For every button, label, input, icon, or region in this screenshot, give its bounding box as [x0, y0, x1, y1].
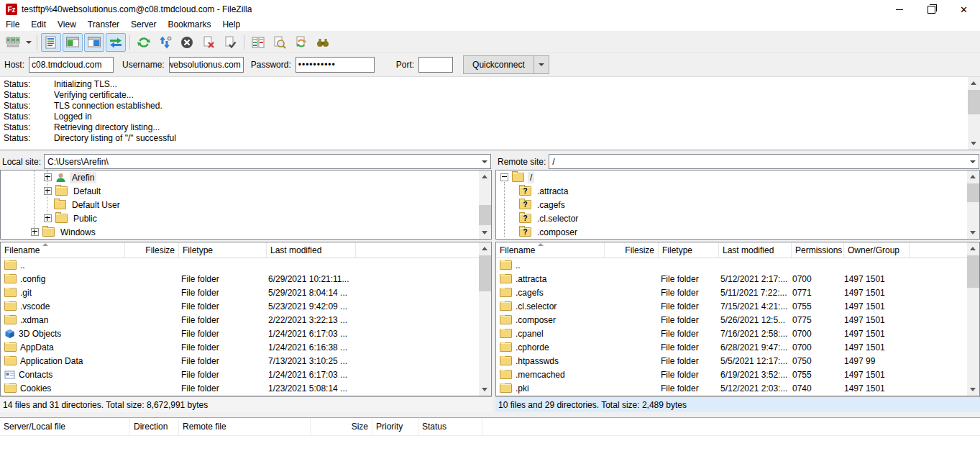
menu-view[interactable]: View: [52, 19, 82, 31]
tree-item-cagefs[interactable]: ? .cagefs: [496, 198, 979, 211]
file-row[interactable]: ..: [1, 258, 491, 272]
reconnect-button[interactable]: [220, 33, 240, 52]
process-queue-button[interactable]: [155, 33, 175, 52]
column-filename[interactable]: Filename: [496, 242, 605, 258]
quickconnect-dropdown[interactable]: [534, 55, 549, 74]
site-manager-dropdown[interactable]: [24, 34, 34, 51]
expand-icon[interactable]: [31, 228, 39, 236]
menu-help[interactable]: Help: [216, 19, 246, 31]
restore-button[interactable]: [915, 0, 948, 19]
column-filetype[interactable]: Filetype: [179, 242, 267, 258]
remote-list-scrollbar[interactable]: [967, 242, 979, 396]
transfer-queue-body[interactable]: [0, 436, 980, 464]
menu-edit[interactable]: Edit: [25, 19, 52, 31]
scrollbar-thumb[interactable]: [967, 255, 979, 288]
column-filesize[interactable]: Filesize: [605, 242, 659, 258]
close-button[interactable]: ✕: [948, 0, 980, 19]
tree-item-attracta[interactable]: ? .attracta: [496, 184, 979, 198]
tree-item-public[interactable]: Public: [1, 211, 491, 225]
column-priority[interactable]: Priority: [372, 418, 418, 435]
file-row[interactable]: ..: [496, 258, 979, 272]
tree-item-default[interactable]: Default: [1, 184, 491, 198]
expand-icon[interactable]: [44, 187, 52, 195]
file-row[interactable]: .memcachedFile folder6/19/2021 3:52:...0…: [496, 368, 979, 381]
toggle-remote-pane-button[interactable]: [84, 33, 104, 52]
synchronized-browsing-button[interactable]: [291, 33, 311, 52]
scrollbar-thumb[interactable]: [479, 255, 491, 291]
host-input[interactable]: c08.tmdcloud.com: [29, 57, 114, 73]
scroll-down-icon[interactable]: [479, 383, 491, 396]
column-status[interactable]: Status: [418, 418, 482, 435]
remote-tree-scrollbar[interactable]: [967, 170, 979, 239]
file-row[interactable]: .pkiFile folder5/12/2021 2:03:...0740149…: [496, 381, 979, 395]
scroll-up-icon[interactable]: [479, 242, 491, 255]
tree-item-composer[interactable]: ? .composer: [496, 225, 979, 239]
file-row[interactable]: 3D ObjectsFile folder1/24/2021 6:17:03 .…: [1, 327, 491, 340]
scroll-up-icon[interactable]: [967, 170, 979, 183]
port-input[interactable]: [418, 57, 453, 73]
tree-item-root[interactable]: /: [496, 170, 979, 184]
scroll-down-icon[interactable]: [967, 227, 979, 239]
scrollbar-thumb[interactable]: [479, 205, 491, 225]
file-row[interactable]: ContactsFile folder1/24/2021 6:17:03 ...: [1, 368, 491, 381]
scroll-down-icon[interactable]: [479, 227, 491, 239]
menu-transfer[interactable]: Transfer: [82, 19, 125, 31]
refresh-button[interactable]: [134, 33, 154, 52]
tree-item-cl-selector[interactable]: ? .cl.selector: [496, 211, 979, 225]
file-row[interactable]: .cagefsFile folder5/11/2021 7:22:...0771…: [496, 286, 979, 299]
file-row[interactable]: .cpanelFile folder7/16/2021 2:58:...0700…: [496, 327, 979, 340]
column-filetype[interactable]: Filetype: [659, 242, 719, 258]
menu-file[interactable]: File: [0, 19, 25, 31]
username-input[interactable]: websolutionus.com: [169, 57, 244, 73]
scroll-up-icon[interactable]: [479, 170, 491, 183]
chevron-down-icon[interactable]: [479, 160, 490, 163]
scrollbar-thumb[interactable]: [968, 90, 980, 114]
site-manager-button[interactable]: [3, 33, 23, 52]
toggle-message-log-button[interactable]: [41, 33, 61, 52]
scroll-up-icon[interactable]: [968, 77, 980, 89]
minimize-button[interactable]: [883, 0, 915, 19]
file-row[interactable]: .xdmanFile folder2/22/2021 3:22:13 ...: [1, 313, 491, 327]
column-filename[interactable]: Filename: [1, 242, 125, 258]
file-row[interactable]: .gitFile folder5/29/2021 8:04:14 ...: [1, 286, 491, 299]
scroll-down-icon[interactable]: [967, 383, 979, 396]
remote-site-combobox[interactable]: /: [549, 154, 979, 169]
file-row[interactable]: .vscodeFile folder5/23/2021 9:42:09 ...: [1, 299, 491, 313]
column-owner-group[interactable]: Owner/Group: [844, 242, 910, 258]
menu-server[interactable]: Server: [125, 19, 162, 31]
file-row[interactable]: Application DataFile folder7/13/2021 3:1…: [1, 354, 491, 368]
local-site-combobox[interactable]: C:\Users\Arefin\: [44, 154, 491, 169]
log-scrollbar[interactable]: [968, 77, 980, 150]
file-row[interactable]: .composerFile folder5/26/2021 12:5...077…: [496, 313, 979, 327]
local-list-scrollbar[interactable]: [479, 242, 491, 396]
scroll-down-icon[interactable]: [968, 137, 980, 150]
column-remote-file[interactable]: Remote file: [179, 418, 311, 435]
column-size[interactable]: Size: [311, 418, 372, 435]
scrollbar-thumb[interactable]: [967, 183, 979, 202]
column-server-local-file[interactable]: Server/Local file: [0, 418, 130, 435]
quickconnect-button[interactable]: Quickconnect: [463, 55, 534, 74]
file-row[interactable]: .attractaFile folder5/12/2021 2:17:...07…: [496, 272, 979, 286]
column-last-modified[interactable]: Last modified: [719, 242, 792, 258]
horizontal-splitter[interactable]: [0, 412, 980, 418]
file-row[interactable]: .cl.selectorFile folder7/15/2021 4:21:..…: [496, 299, 979, 313]
column-permissions[interactable]: Permissions: [792, 242, 844, 258]
cancel-operation-button[interactable]: [177, 33, 197, 52]
toggle-transfer-queue-button[interactable]: [106, 33, 126, 52]
disconnect-button[interactable]: [198, 33, 219, 52]
toggle-local-pane-button[interactable]: [63, 33, 83, 52]
expand-icon[interactable]: [44, 214, 52, 222]
filename-filters-button[interactable]: [270, 33, 290, 52]
file-row[interactable]: .htpasswdsFile folder5/5/2021 12:17:...0…: [496, 354, 979, 368]
column-last-modified[interactable]: Last modified: [267, 242, 356, 258]
local-tree-scrollbar[interactable]: [479, 170, 491, 239]
scroll-up-icon[interactable]: [967, 242, 979, 255]
tree-item-default-user[interactable]: Default User: [1, 198, 491, 211]
chevron-down-icon[interactable]: [967, 160, 979, 163]
find-files-button[interactable]: [313, 33, 333, 52]
file-row[interactable]: .cphordeFile folder6/28/2021 9:47:...070…: [496, 340, 979, 354]
column-filesize[interactable]: Filesize: [125, 242, 179, 258]
directory-comparison-button[interactable]: [248, 33, 268, 52]
collapse-icon[interactable]: [500, 173, 508, 181]
password-input[interactable]: ••••••••••: [296, 57, 375, 73]
